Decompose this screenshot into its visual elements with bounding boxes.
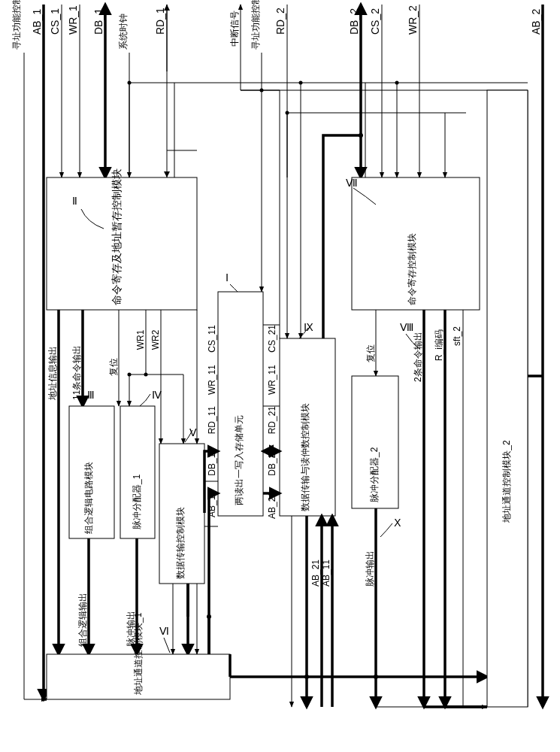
svg-point-34 [359, 133, 363, 138]
lbl-rd-2: RD_2 [274, 8, 286, 35]
lbl-comb-out: 组合逻辑输出 [77, 593, 88, 647]
svg-point-18 [395, 81, 399, 85]
svg-marker-1 [164, 171, 170, 177]
lbl-cs-1: CS_1 [49, 8, 61, 35]
rn-IV: Ⅳ [152, 390, 162, 401]
lbl-addr-func-1: 寻址功能控制_1 [11, 0, 22, 50]
leader-VI [164, 638, 170, 653]
lbl-ab-1: AB_1 [31, 9, 43, 35]
txt-data-xfer-ctrl: 数据传输控制模块 [175, 507, 186, 579]
lbl-wr-1: WR_1 [67, 5, 79, 35]
lbl-ab11-b: AB_11 [321, 559, 331, 587]
lbl-reset-r: 复位 [365, 344, 376, 362]
txt-data-xfer-read-cnt: 数据传输与读仲数控制模块 [300, 403, 310, 511]
rn-I: Ⅰ [226, 272, 229, 284]
lbl-cmd11: 11条命令输出 [71, 345, 82, 400]
svg-point-33 [299, 81, 303, 85]
lbl-wr1: WR1 [135, 329, 146, 350]
lbl-db-2: DB_2 [348, 8, 360, 35]
rn-VII: Ⅶ [346, 177, 358, 189]
lbl-sft2: sft_2 [452, 326, 462, 346]
txt-cmd-reg-ctrl: 命令寄存控制模块 [407, 233, 417, 305]
txt-pulse-dist-2: 脉冲分配器_2 [369, 447, 380, 502]
leader-IV [140, 394, 150, 406]
lbl-interrupt: 中断信号 [229, 11, 240, 47]
txt-two-read-one-write: 两读出一写入存储单元 [234, 415, 244, 505]
lbl-reset-l: 复位 [108, 358, 119, 376]
rn-V: Ⅴ [189, 427, 197, 438]
svg-point-47 [144, 373, 148, 377]
lbl-ab-2: AB_2 [530, 9, 542, 35]
lbl-ri-enc: R_i编码 [434, 329, 444, 361]
rn-VI: Ⅵ [159, 626, 169, 637]
lbl-cs11: CS_11 [207, 325, 217, 353]
lbl-rd21: RD_21 [267, 406, 277, 435]
lbl-pulse-out-r: 脉冲输出 [365, 550, 375, 587]
txt-comb-logic: 组合逻辑电路模块 [83, 462, 94, 534]
lbl-ab21-b: AB_21 [310, 559, 321, 587]
lbl-ab21: AB_21 [267, 492, 277, 519]
block-diagram: 寻址功能控制_1 AB_1 CS_1 WR_1 DB_1 系统时钟 RD_1 中… [0, 0, 560, 752]
svg-point-50 [304, 675, 309, 679]
leader-I [230, 284, 238, 292]
lbl-cs21: CS_21 [267, 325, 277, 353]
svg-point-46 [128, 373, 132, 377]
txt-addr-ch-ctrl-1: 地址通道控制模块_1 [133, 612, 144, 696]
lbl-addr-func-2: 寻址功能控制_2 [250, 0, 261, 50]
txt-cmd-reg-addr-temp: 命令寄存及地址暂存控制模块 [110, 168, 123, 305]
rn-III: Ⅲ [87, 390, 95, 401]
svg-point-49 [207, 614, 211, 619]
svg-point-51 [374, 675, 378, 679]
lbl-cmd2: 2条命令输出 [413, 332, 423, 382]
rn-II: Ⅱ [72, 196, 77, 207]
lbl-wr-2: WR_2 [407, 5, 419, 35]
lbl-wr11-r: WR_11 [267, 365, 277, 395]
lbl-addr-info: 地址信息输出 [47, 346, 58, 401]
lbl-rd11: RD_11 [207, 406, 217, 435]
lbl-rd-1: RD_1 [154, 8, 166, 35]
txt-addr-ch-ctrl-2: 地址通道控制模块_2 [501, 440, 512, 523]
lbl-cs-2: CS_2 [369, 8, 381, 35]
svg-point-48 [260, 89, 264, 92]
block-addr-ch-ctrl-2 [487, 90, 528, 707]
txt-pulse-dist-1: 脉冲分配器_1 [132, 474, 142, 529]
rn-X: Ⅹ [394, 517, 401, 529]
rn-VIII: Ⅷ [400, 322, 413, 333]
lbl-wr11: WR_11 [207, 365, 217, 395]
lbl-db-1: DB_1 [92, 8, 104, 35]
lbl-wr2: WR2 [150, 329, 161, 350]
lbl-sys-clk: 系统时钟 [118, 14, 129, 50]
